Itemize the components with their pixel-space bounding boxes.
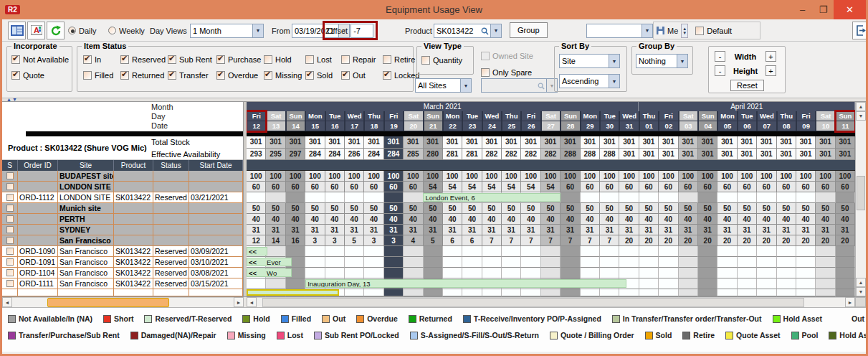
day-header-cell[interactable]: Thu [502, 111, 521, 121]
sort-field-select[interactable]: Site [559, 54, 609, 68]
date-header-cell[interactable]: 01 [639, 121, 659, 131]
status-returned[interactable] [120, 71, 129, 80]
date-header-cell[interactable]: 18 [364, 121, 383, 131]
group-by-select[interactable]: Nothing [636, 54, 677, 68]
row-checkbox[interactable] [6, 258, 14, 266]
status-filled[interactable] [83, 71, 92, 80]
column-header-status[interactable]: Status [153, 160, 189, 171]
scroll-right-icon[interactable]: ► [234, 297, 244, 307]
site-search-input[interactable] [481, 78, 547, 93]
row-checkbox[interactable] [6, 237, 14, 244]
day-header-cell[interactable]: Sun [561, 111, 580, 121]
status-retire[interactable] [383, 55, 391, 64]
status-transfer[interactable] [168, 71, 176, 80]
date-header-cell[interactable]: 28 [561, 121, 580, 131]
maximize-button[interactable]: ❐ [813, 0, 834, 19]
scroll-down-icon[interactable]: ▼ [856, 111, 866, 121]
view-select[interactable] [586, 24, 642, 38]
column-header-site[interactable]: Site [58, 160, 114, 171]
table-row[interactable]: ORD-1091San FranciscoSK013422Reserved03/… [2, 257, 243, 268]
height-plus-button[interactable]: + [766, 65, 776, 76]
date-header-cell[interactable]: 27 [541, 121, 561, 131]
day-header-cell[interactable]: Tue [462, 111, 482, 121]
day-header-cell[interactable]: Sun [424, 111, 443, 121]
booking-bar[interactable] [247, 289, 339, 296]
date-header-cell[interactable]: 25 [502, 121, 521, 131]
date-header-cell[interactable]: 31 [619, 121, 639, 131]
view-select-dropdown-icon[interactable]: ▼ [642, 24, 653, 38]
sort-direction-dropdown-icon[interactable]: ▼ [609, 74, 620, 88]
day-header-cell[interactable]: Wed [482, 111, 502, 121]
day-header-cell[interactable]: Tue [738, 111, 757, 121]
table-scroll-thumb[interactable] [47, 298, 169, 307]
day-header-cell[interactable]: Fri [521, 111, 540, 121]
day-header-cell[interactable]: Tue [600, 111, 619, 121]
grid-horizontal-scrollbar[interactable]: ◄ ► [247, 297, 855, 307]
group-by-dropdown-icon[interactable]: ▼ [677, 54, 688, 68]
booking-bar[interactable]: London Event, 6 [423, 193, 561, 202]
date-header-cell[interactable]: 02 [659, 121, 678, 131]
date-header-cell[interactable]: 03 [679, 121, 698, 131]
date-header-cell[interactable]: 29 [581, 121, 600, 131]
date-header-cell[interactable]: 16 [325, 121, 345, 131]
status-sold[interactable] [305, 71, 314, 80]
day-header-cell[interactable]: Wed [345, 111, 364, 121]
status-locked[interactable] [383, 71, 391, 80]
date-header-cell[interactable]: 04 [698, 121, 717, 131]
column-header-start-date[interactable]: Start Date [189, 160, 243, 171]
incorporate-quote[interactable] [11, 71, 20, 80]
day-header-cell[interactable]: Sun [286, 111, 305, 121]
day-header-cell[interactable]: Sun [698, 111, 717, 121]
scroll-up-icon[interactable]: ▲ [856, 102, 866, 111]
table-row[interactable]: ORD-1090San FranciscoSK013422Reserved03/… [2, 246, 243, 257]
day-header-cell[interactable]: Fri [796, 111, 816, 121]
date-header-cell[interactable]: 14 [286, 121, 305, 131]
minimize-button[interactable]: – [792, 0, 813, 19]
date-header-cell[interactable]: 13 [266, 121, 285, 131]
day-header-cell[interactable]: Fri [384, 111, 404, 121]
date-header-cell[interactable]: 12 [247, 121, 266, 131]
day-header-cell[interactable]: Mon [581, 111, 600, 121]
scroll-down-icon[interactable]: ▼ [856, 287, 866, 296]
status-in[interactable] [83, 55, 92, 64]
row-checkbox[interactable] [6, 280, 14, 287]
day-views-dropdown-icon[interactable]: ▼ [253, 24, 264, 38]
day-header-cell[interactable]: Wed [757, 111, 776, 121]
table-row[interactable]: PERTH [2, 214, 243, 225]
table-row[interactable]: SYDNEY [2, 225, 243, 235]
day-header-cell[interactable]: Wed [619, 111, 639, 121]
day-header-cell[interactable]: Sat [541, 111, 561, 121]
date-header-cell[interactable]: 20 [404, 121, 423, 131]
status-purchase[interactable] [216, 55, 225, 64]
table-row[interactable]: BUDAPEST site [2, 171, 243, 182]
status-sub-rent[interactable] [168, 55, 176, 64]
search-icon[interactable] [481, 27, 489, 35]
all-sites-dropdown-icon[interactable]: ▼ [461, 78, 472, 93]
date-header-cell[interactable]: 21 [424, 121, 443, 131]
day-header-cell[interactable]: Mon [305, 111, 325, 121]
label-easel-icon-button[interactable]: A [27, 22, 45, 39]
day-header-cell[interactable]: Thu [639, 111, 659, 121]
me-button[interactable]: Me [667, 27, 678, 35]
reset-button[interactable]: Reset [730, 80, 764, 91]
spinner-down-icon[interactable]: ▼ [682, 31, 687, 35]
vertical-scroll-track[interactable] [856, 121, 866, 278]
date-header-cell[interactable]: 23 [462, 121, 482, 131]
date-header-cell[interactable]: 09 [796, 121, 816, 131]
date-header-cell[interactable]: 06 [738, 121, 757, 131]
date-header-cell[interactable]: 22 [443, 121, 462, 131]
scroll-left-icon[interactable]: ◄ [2, 297, 12, 307]
status-out[interactable] [341, 71, 350, 80]
date-header-cell[interactable]: 30 [600, 121, 619, 131]
day-header-cell[interactable]: Mon [443, 111, 462, 121]
vertical-scroll-thumb[interactable] [857, 176, 865, 210]
vertical-scrollbar[interactable]: ▲ ▼ ▲ ▼ [855, 102, 866, 296]
weekly-radio[interactable] [108, 27, 116, 34]
scroll-right-icon[interactable]: ► [845, 297, 855, 307]
booking-bar[interactable]: << [247, 247, 267, 256]
table-scroll-track[interactable] [12, 297, 234, 307]
date-header-cell[interactable]: 26 [521, 121, 540, 131]
row-checkbox[interactable] [6, 194, 14, 201]
equipment-view-icon-button[interactable] [8, 22, 26, 39]
close-button[interactable]: ✕ [834, 0, 866, 19]
